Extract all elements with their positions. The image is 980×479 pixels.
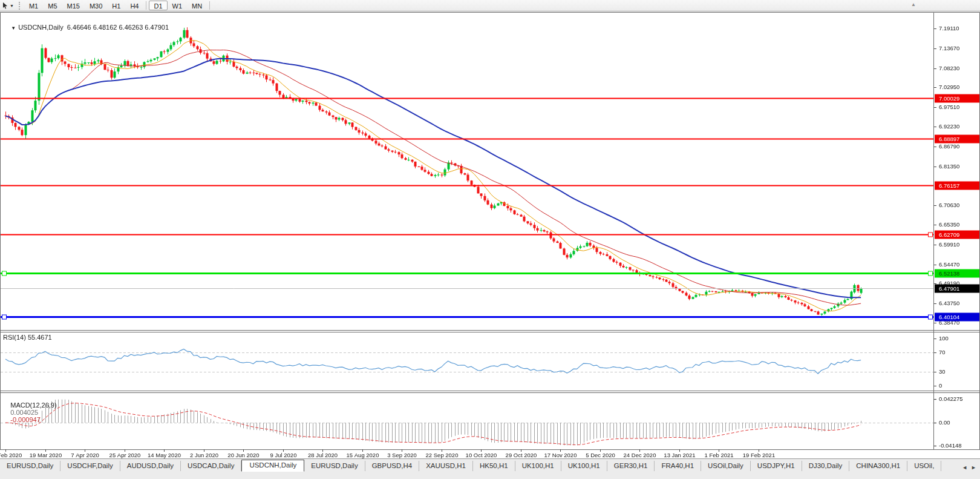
cursor-tool-caret-icon[interactable]: ▼ [10, 4, 14, 8]
timeframe-button-d1[interactable]: D1 [149, 1, 167, 10]
chart-tab-bar: EURUSD,DailyUSDCHF,DailyAUDUSD,DailyUSDC… [0, 458, 980, 472]
cursor-tool-button[interactable]: ▼ [0, 2, 16, 9]
tab-usdcad-daily[interactable]: USDCAD,Daily [181, 461, 241, 471]
tab-fra40-h1[interactable]: FRA40,H1 [655, 461, 701, 471]
ohlc-values: 6.46646 6.48162 6.46263 6.47901 [67, 24, 169, 31]
timeframe-button-w1[interactable]: W1 [168, 1, 188, 10]
tab-xauusd-h1[interactable]: XAUUSD,H1 [419, 461, 473, 471]
macd-main-value: 0.004025 [10, 409, 38, 416]
macd-indicator-label: MACD(12,26,9) 0.004025 -0.000947 [3, 394, 57, 431]
axis-scroll-marker-icon[interactable]: ▲ [911, 2, 916, 7]
tabs-scroll-right-button[interactable]: ► [971, 464, 976, 471]
tab-usdjpy-h1[interactable]: USDJPY,H1 [751, 461, 802, 471]
cursor-arrow-icon [2, 2, 8, 9]
tab-china300-h1[interactable]: CHINA300,H1 [849, 461, 907, 471]
chart-title: ▼USDCNH,Daily 6.46646 6.48162 6.46263 6.… [4, 16, 169, 38]
timeframe-button-m30[interactable]: M30 [85, 1, 107, 10]
macd-signal-value: -0.000947 [10, 416, 41, 423]
tab-dj30-daily[interactable]: DJ30,Daily [802, 461, 850, 471]
tab-uk100-h1[interactable]: UK100,H1 [515, 461, 561, 471]
price-chart-canvas[interactable] [0, 0, 980, 479]
timeframe-button-m5[interactable]: M5 [43, 1, 62, 10]
collapse-chart-icon[interactable]: ▼ [11, 25, 16, 31]
tab-uk100-h1[interactable]: UK100,H1 [561, 461, 607, 471]
tab-gbpusd-h4[interactable]: GBPUSD,H4 [365, 461, 419, 471]
window-bottom-strip [0, 472, 980, 479]
toolbar-grip-handle[interactable] [19, 2, 21, 10]
tab-usoil-daily[interactable]: USOil,Daily [701, 461, 751, 471]
timeframe-button-m15[interactable]: M15 [62, 1, 85, 10]
tab-usdcnh-daily[interactable]: USDCNH,Daily [241, 460, 304, 472]
rsi-indicator-label: RSI(14) 55.4671 [3, 334, 52, 341]
timeframe-button-m1[interactable]: M1 [24, 1, 43, 10]
timeframe-button-h4[interactable]: H4 [125, 1, 143, 10]
tab-eurusd-daily[interactable]: EURUSD,Daily [304, 461, 365, 471]
toolbar-separator [209, 1, 210, 10]
timeframe-button-mn[interactable]: MN [187, 1, 207, 10]
symbol-name: USDCNH,Daily [18, 24, 64, 31]
tabs-scroll-left-button[interactable]: ◄ [962, 464, 967, 471]
timeframe-button-h1[interactable]: H1 [107, 1, 125, 10]
toolbar-separator [146, 1, 146, 10]
tab-usdchf-daily[interactable]: USDCHF,Daily [60, 461, 120, 471]
tab-eurusd-daily[interactable]: EURUSD,Daily [0, 461, 60, 471]
tab-audusd-daily[interactable]: AUDUSD,Daily [120, 461, 181, 471]
tab-hk50-h1[interactable]: HK50,H1 [473, 461, 515, 471]
tab-usoil[interactable]: USOil, [907, 461, 941, 471]
tab-ger30-h1[interactable]: GER30,H1 [607, 461, 655, 471]
trading-app-window: ▼ M1M5M15M30H1H4D1W1MN ▲ ▼USDCNH,Daily 6… [0, 0, 980, 479]
timeframe-toolbar: ▼ M1M5M15M30H1H4D1W1MN ▲ [0, 0, 980, 12]
